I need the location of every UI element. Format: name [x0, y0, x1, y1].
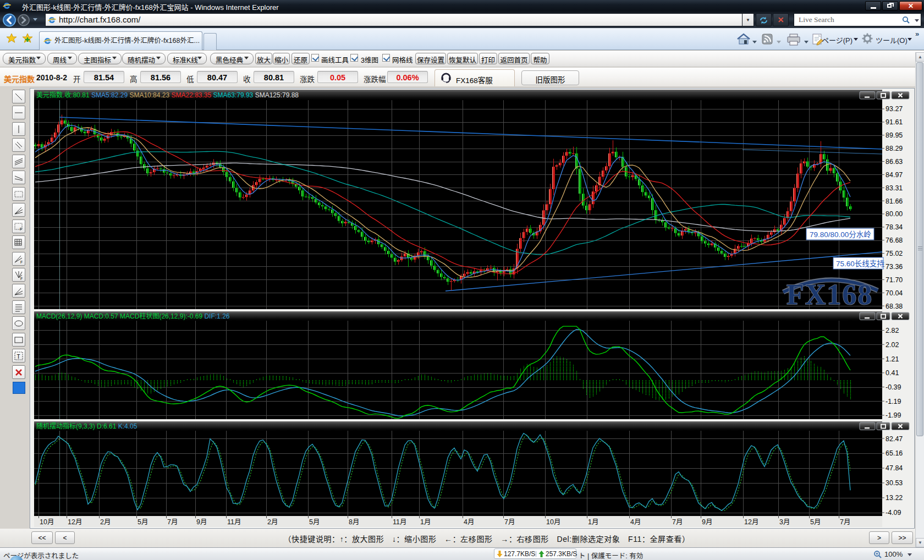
- svg-text:76.68: 76.68: [886, 237, 903, 244]
- svg-text:2.02: 2.02: [886, 341, 899, 349]
- svg-text:1月: 1月: [588, 518, 598, 526]
- svg-text:9月: 9月: [702, 518, 712, 526]
- svg-text:79.80/80.00分水岭: 79.80/80.00分水岭: [810, 230, 871, 239]
- svg-text:73.36: 73.36: [886, 263, 903, 271]
- svg-text:13.22: 13.22: [886, 494, 903, 502]
- svg-text:7月: 7月: [672, 518, 683, 526]
- svg-text:FX168: FX168: [787, 279, 873, 310]
- svg-text:88.29: 88.29: [886, 145, 903, 152]
- svg-text:75.60长线支持: 75.60长线支持: [836, 260, 884, 268]
- svg-text:5月: 5月: [138, 518, 148, 526]
- svg-text:91.61: 91.61: [886, 118, 903, 126]
- svg-text:3月: 3月: [779, 518, 790, 526]
- svg-text:7月: 7月: [167, 518, 178, 526]
- svg-text:10月: 10月: [546, 518, 560, 526]
- svg-text:4月: 4月: [464, 518, 474, 526]
- svg-text:2.82: 2.82: [886, 327, 899, 334]
- svg-text:美元指数.收:80.81 SMA5:82.29 SMA10:: 美元指数.收:80.81 SMA5:82.29 SMA10:84.23 SMA2…: [36, 91, 299, 99]
- svg-text:随机摆动指标(9,3,3) D:6.61 K:4.05: 随机摆动指标(9,3,3) D:6.61 K:4.05: [36, 422, 138, 430]
- svg-text:86.63: 86.63: [886, 158, 903, 166]
- svg-text:F: F: [20, 227, 22, 231]
- svg-text:70.04: 70.04: [886, 289, 903, 297]
- svg-text:93.27: 93.27: [886, 105, 903, 113]
- svg-text:5月: 5月: [309, 518, 320, 526]
- svg-text:-4.09: -4.09: [886, 509, 901, 517]
- svg-text:-1.19: -1.19: [886, 398, 901, 405]
- svg-text:84.97: 84.97: [886, 171, 903, 179]
- svg-text:9月: 9月: [196, 518, 207, 526]
- svg-text:83.31: 83.31: [886, 184, 903, 192]
- svg-text:-1.99: -1.99: [886, 411, 901, 419]
- svg-text:F: F: [20, 277, 23, 281]
- svg-text:2月: 2月: [267, 518, 278, 526]
- svg-text:11月: 11月: [393, 518, 406, 526]
- svg-text:0.41: 0.41: [886, 369, 899, 377]
- svg-text:12月: 12月: [68, 518, 82, 526]
- svg-text:12月: 12月: [744, 518, 758, 526]
- svg-text:4月: 4月: [630, 518, 641, 526]
- svg-text:5月: 5月: [810, 518, 821, 526]
- svg-text:10月: 10月: [40, 518, 54, 526]
- svg-text:7月: 7月: [840, 518, 850, 526]
- svg-text:T: T: [17, 354, 20, 360]
- svg-text:68.38: 68.38: [886, 303, 903, 310]
- svg-text:80.00: 80.00: [886, 210, 903, 218]
- svg-text:2月: 2月: [100, 518, 111, 526]
- svg-text:89.95: 89.95: [886, 131, 903, 139]
- svg-text:-0.39: -0.39: [886, 383, 901, 391]
- svg-text:71.70: 71.70: [886, 276, 903, 284]
- svg-text:1.21: 1.21: [886, 355, 899, 363]
- svg-text:8月: 8月: [349, 518, 359, 526]
- svg-text:11月: 11月: [227, 518, 241, 526]
- svg-text:75.02: 75.02: [886, 250, 903, 257]
- svg-text:MACD(26,12,9) MACD:0.57 MACD柱状: MACD(26,12,9) MACD:0.57 MACD柱状图(26,12,9)…: [36, 312, 230, 320]
- svg-text:78.34: 78.34: [886, 223, 903, 231]
- svg-text:47.84: 47.84: [886, 464, 903, 472]
- svg-text:81.66: 81.66: [886, 197, 903, 205]
- svg-text:82.47: 82.47: [886, 435, 903, 443]
- svg-text:65.16: 65.16: [886, 449, 903, 457]
- svg-text:F: F: [20, 260, 23, 264]
- svg-text:30.53: 30.53: [886, 479, 903, 487]
- svg-text:1月: 1月: [420, 518, 431, 526]
- svg-text:7月: 7月: [504, 518, 515, 526]
